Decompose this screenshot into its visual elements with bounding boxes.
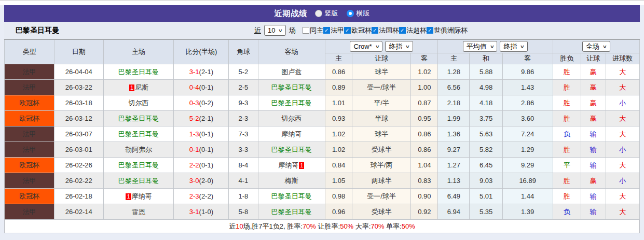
table-row: 欧冠杯26-03-12巴黎圣日耳曼5-2(2-1)2-3切尔西0.93半球0.9… [5, 111, 640, 126]
handicap-line: 受球半 [352, 142, 411, 158]
version-radio[interactable]: 横版 [347, 9, 370, 18]
team-label: 巴黎圣日耳曼 [271, 192, 312, 200]
handicap-line: 球半 [352, 126, 411, 142]
score-cell: 3-1(2-1) [174, 64, 229, 80]
handicap-line: 两球半 [352, 173, 411, 189]
chevron-down-icon: ∨ [602, 44, 607, 49]
halftime-score: (0-1) [199, 146, 213, 153]
filter-checkbox[interactable]: 欧冠杯 [344, 26, 372, 35]
table-row: 法甲26-02-14雷恩3-1(1-0)5-8巴黎圣日耳曼0.96受球半0.92… [5, 204, 640, 220]
checkbox-checked-icon[interactable] [372, 27, 378, 34]
result-goals: 大 [606, 64, 639, 80]
date-cell: 26-02-14 [54, 204, 103, 220]
result-label: 胜 [564, 99, 570, 107]
handicap-away-odds: 0.90 [411, 189, 438, 204]
average-stage-select[interactable]: 终指 ∨ [500, 41, 528, 52]
handicap-away-odds: 0.86 [411, 126, 438, 142]
result-label: 胜 [564, 68, 570, 76]
recent-link[interactable]: 近 [254, 26, 261, 35]
handicap-away-odds: 1.04 [411, 158, 438, 173]
fulltime-score: 3-0 [189, 177, 199, 185]
away-team-cell: 巴黎圣日耳曼 [258, 189, 325, 204]
recent-count-select[interactable]: 10 ∨ [264, 25, 286, 36]
avg-home-odds: 9.27 [438, 142, 470, 158]
scope-select[interactable]: 全场 ∨ [582, 41, 610, 52]
checkbox-label: 法甲 [331, 26, 344, 35]
result-label: 赢 [590, 115, 597, 122]
sub-column-header: 让球 [352, 53, 411, 64]
away-team-cell: 巴黎圣日耳曼 [258, 80, 325, 95]
average-select-group: 平均值 ∨ 终指 ∨ [438, 40, 553, 53]
result-handicap: 赢 [581, 173, 606, 189]
result-label: 负 [564, 208, 570, 216]
score-cell: 2-3(2-2) [174, 189, 229, 204]
halftime-score: (2-2) [199, 192, 213, 200]
result-winloss: 负 [553, 126, 581, 142]
radio-unselected-icon[interactable] [315, 10, 322, 17]
radio-selected-icon[interactable] [347, 10, 354, 17]
radio-label: 横版 [357, 9, 370, 18]
column-header: 角球 [229, 40, 258, 64]
checkbox-checked-icon[interactable] [323, 27, 330, 34]
sub-column-header: 胜负 [553, 53, 581, 64]
team-label: 巴黎圣日耳曼 [118, 115, 159, 122]
avg-home-odds: 1.27 [438, 158, 470, 173]
league-badge: 法甲 [5, 64, 54, 80]
team-label: 切尔西 [129, 99, 149, 107]
corners-cell: 4-1 [229, 173, 258, 189]
score-cell: 0-3(0-2) [174, 95, 229, 111]
fulltime-score: 2-3 [189, 192, 199, 200]
filter-checkbox[interactable]: 法甲 [323, 26, 344, 35]
summary-text-part: 10 [236, 222, 243, 230]
avg-draw-odds: 4.18 [470, 95, 502, 111]
result-handicap: 赢 [581, 95, 606, 111]
halftime-score: (1-0) [199, 208, 213, 216]
table-row: 法甲26-03-07巴黎圣日耳曼1-3(0-1)7-3摩纳哥1.02球半0.86… [5, 126, 640, 142]
halftime-score: (2-0) [199, 177, 213, 185]
summary-text-part: 大率: [353, 222, 371, 231]
average-select[interactable]: 平均值 ∨ [463, 41, 498, 52]
odds-company-select[interactable]: Crow* ∨ [350, 41, 382, 52]
home-team-cell: 1摩纳哥 [103, 189, 174, 204]
halftime-score: (0-2) [199, 99, 213, 107]
checkbox-unchecked-icon[interactable] [303, 27, 309, 34]
league-badge: 法甲 [5, 126, 54, 142]
filter-checkbox[interactable]: 法超杯 [399, 26, 427, 35]
result-winloss: 胜 [553, 173, 581, 189]
filter-checkbox[interactable]: 法国杯 [372, 26, 399, 35]
checkbox-checked-icon[interactable] [344, 27, 351, 34]
result-label: 胜 [564, 83, 570, 91]
avg-draw-odds: 6.45 [470, 158, 502, 173]
fulltime-score: 3-1 [189, 68, 199, 76]
result-label: 输 [590, 130, 597, 138]
checkbox-checked-icon[interactable] [427, 27, 433, 34]
column-header: 主场 [103, 40, 174, 64]
team-label: 巴黎圣日耳曼 [118, 130, 159, 138]
result-goals: 大 [606, 126, 639, 142]
filter-checkbox[interactable]: 世俱洲际杯 [427, 26, 468, 35]
corners-cell: 7-3 [229, 126, 258, 142]
filter-checkbox[interactable]: 同主 [303, 26, 323, 35]
handicap-home-odds: 1.02 [325, 126, 352, 142]
version-radio[interactable]: 竖版 [315, 9, 338, 18]
top-strip [0, 0, 644, 5]
handicap-away-odds: 1.00 [411, 80, 438, 95]
result-label: 赢 [590, 177, 597, 185]
avg-draw-odds: 5.63 [470, 126, 502, 142]
result-label: 赢 [590, 99, 597, 107]
result-goals: 小 [606, 95, 639, 111]
fulltime-score: 0-3 [189, 99, 199, 107]
result-label: 大 [619, 130, 626, 138]
scope-value: 全场 [586, 42, 599, 51]
chevron-down-icon: ∨ [490, 44, 495, 49]
team-label: 雷恩 [132, 208, 145, 216]
corners-cell: 9-3 [229, 95, 258, 111]
result-label: 胜 [564, 192, 570, 200]
handicap-stage-select[interactable]: 终指 ∨ [385, 41, 413, 52]
checkbox-label: 欧冠杯 [351, 26, 372, 35]
checkbox-checked-icon[interactable] [399, 27, 406, 34]
result-winloss: 胜 [553, 189, 581, 204]
team-label: 摩纳哥 [132, 192, 152, 200]
summary-bar: 近10场,胜7平1负2, 胜率:70% 让胜率:50% 大率:70% 单率:50… [4, 220, 640, 233]
handicap-line: 受一/球半 [352, 189, 411, 204]
